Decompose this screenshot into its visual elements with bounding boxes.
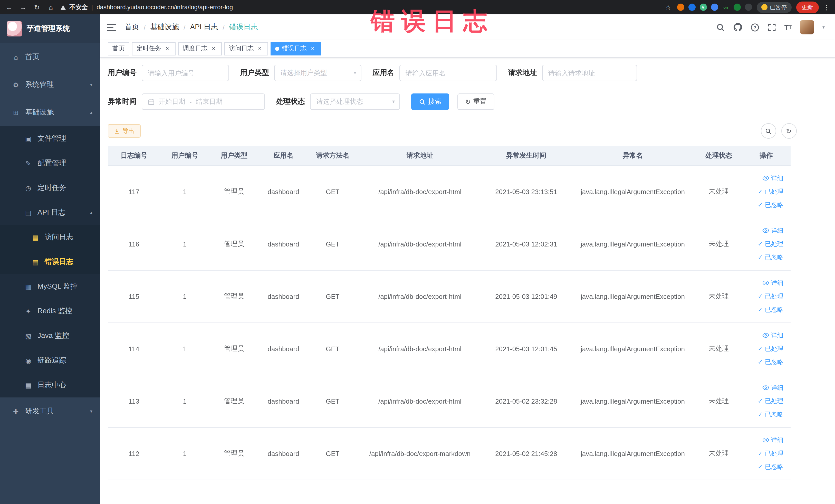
user-type-select[interactable]: 请选择用户类型 ▾	[274, 65, 361, 81]
tab-2[interactable]: 调度日志×	[178, 42, 222, 55]
tab-label: 首页	[113, 44, 125, 53]
search-button[interactable]: 搜索	[411, 94, 449, 110]
hamburger-icon[interactable]	[107, 24, 116, 31]
detail-link[interactable]: 详细	[762, 276, 783, 289]
browser-menu-icon[interactable]: ⋮	[823, 3, 830, 11]
sidebar-item-label: Java 监控	[38, 331, 69, 340]
ignored-link[interactable]: ✓已忽略	[758, 408, 783, 421]
help-icon[interactable]: ?	[751, 23, 759, 32]
processed-link[interactable]: ✓已处理	[758, 342, 783, 355]
breadcrumb-item-2[interactable]: API 日志	[190, 23, 218, 32]
cell-status: 未处理	[696, 165, 742, 218]
sidebar-item-14[interactable]: ✚研发工具▾	[0, 398, 100, 425]
tab-3[interactable]: 访问日志×	[224, 42, 268, 55]
avatar[interactable]	[800, 20, 814, 35]
reset-button[interactable]: ↻ 重置	[457, 94, 494, 110]
logo[interactable]: 芋道管理系统	[0, 14, 100, 43]
check-icon: ✓	[758, 240, 763, 247]
extension-icon-7[interactable]	[745, 4, 752, 11]
browser-reload-icon[interactable]: ↻	[33, 3, 41, 11]
eye-icon	[762, 176, 769, 181]
app-frame: 芋道管理系统 ⌂首页⚙系统管理▾⊞基础设施▴▣文件管理✎配置管理◷定时任务▤AP…	[0, 14, 835, 504]
sidebar-item-3[interactable]: ▣文件管理	[0, 126, 100, 151]
extension-icon-1[interactable]	[677, 4, 684, 11]
app-name-input[interactable]	[400, 65, 497, 81]
processed-link[interactable]: ✓已处理	[758, 237, 783, 250]
search-icon[interactable]	[716, 23, 725, 32]
processed-link[interactable]: ✓已处理	[758, 185, 783, 198]
extension-icon-6[interactable]	[733, 4, 740, 11]
process-status-placeholder: 请选择处理状态	[316, 97, 363, 106]
export-button[interactable]: 导出	[108, 124, 141, 138]
end-date-placeholder: 结束日期	[196, 97, 223, 106]
user-id-input[interactable]	[142, 65, 229, 81]
sidebar-item-12[interactable]: ◉链路追踪	[0, 348, 100, 373]
timer-icon: ◷	[24, 184, 33, 192]
ignored-link[interactable]: ✓已忽略	[758, 198, 783, 211]
extension-icon-4[interactable]	[711, 4, 718, 11]
sidebar-item-10[interactable]: ✦Redis 监控	[0, 299, 100, 323]
processed-link[interactable]: ✓已处理	[758, 289, 783, 303]
bookmark-star-icon[interactable]: ☆	[664, 3, 672, 11]
sidebar-item-label: MySQL 监控	[38, 282, 78, 291]
update-button[interactable]: 更新	[796, 1, 819, 13]
sidebar-item-4[interactable]: ✎配置管理	[0, 151, 100, 176]
close-icon[interactable]: ×	[210, 45, 217, 52]
ignored-link[interactable]: ✓已忽略	[758, 355, 783, 369]
close-icon[interactable]: ×	[164, 45, 171, 52]
fullscreen-icon[interactable]	[768, 23, 776, 32]
breadcrumb-item-1[interactable]: 基础设施	[150, 23, 179, 32]
tab-1[interactable]: 定时任务×	[132, 42, 176, 55]
ignored-link[interactable]: ✓已忽略	[758, 250, 783, 264]
breadcrumb-item-0[interactable]: 首页	[125, 23, 139, 32]
detail-link[interactable]: 详细	[762, 434, 783, 447]
processed-link[interactable]: ✓已处理	[758, 395, 783, 408]
sidebar-item-2[interactable]: ⊞基础设施▴	[0, 99, 100, 126]
font-size-icon[interactable]: TT	[785, 24, 792, 31]
paused-badge[interactable]: 已暂停	[756, 2, 791, 13]
log-center-icon: ▤	[24, 381, 33, 389]
row-actions: 详细✓已处理✓已忽略	[745, 323, 783, 375]
exception-time-range-picker[interactable]: 开始日期 - 结束日期	[142, 94, 265, 110]
eye-icon	[762, 228, 769, 233]
sidebar-item-6[interactable]: ▤API 日志▴	[0, 200, 100, 225]
sidebar-item-13[interactable]: ▤日志中心	[0, 373, 100, 398]
tab-4[interactable]: 错误日志×	[270, 42, 321, 55]
process-status-select[interactable]: 请选择处理状态 ▾	[310, 94, 400, 110]
sidebar-item-0[interactable]: ⌂首页	[0, 43, 100, 71]
detail-link[interactable]: 详细	[762, 172, 783, 185]
paused-badge-label: 已暂停	[770, 3, 787, 11]
github-icon[interactable]	[733, 23, 742, 32]
sidebar-item-8[interactable]: ▤错误日志	[0, 249, 100, 274]
table-toolbar: 导出 ↻	[108, 123, 827, 139]
action-label: 已忽略	[765, 201, 783, 209]
extension-icon-2[interactable]	[688, 4, 695, 11]
sidebar-item-7[interactable]: ▤访问日志	[0, 225, 100, 249]
request-url-input[interactable]	[542, 65, 637, 81]
browser-back-icon[interactable]: ←	[5, 3, 13, 11]
ignored-link[interactable]: ✓已忽略	[758, 303, 783, 316]
address-bar[interactable]: 不安全 | dashboard.yudao.iocoder.cn/infra/l…	[61, 3, 658, 12]
close-icon[interactable]: ×	[256, 45, 263, 52]
detail-link[interactable]: 详细	[762, 329, 783, 342]
close-icon[interactable]: ×	[309, 45, 316, 52]
extension-icon-3[interactable]: V	[699, 4, 707, 11]
sidebar-item-9[interactable]: ▦MySQL 监控	[0, 274, 100, 299]
chevron-down-icon[interactable]: ▾	[822, 25, 825, 30]
search-toggle-button[interactable]	[760, 123, 776, 139]
detail-link[interactable]: 详细	[762, 224, 783, 237]
cell-method: GET	[308, 375, 357, 427]
ignored-link[interactable]: ✓已忽略	[758, 460, 783, 473]
sidebar-item-11[interactable]: ▧Java 监控	[0, 323, 100, 348]
sidebar-item-5[interactable]: ◷定时任务	[0, 176, 100, 200]
browser-forward-icon[interactable]: →	[19, 3, 27, 11]
browser-home-icon[interactable]: ⌂	[47, 3, 55, 11]
extension-icon-5[interactable]: on	[722, 4, 729, 11]
tab-0[interactable]: 首页	[108, 42, 129, 55]
processed-link[interactable]: ✓已处理	[758, 447, 783, 460]
detail-link[interactable]: 详细	[762, 381, 783, 395]
filter-user-id: 用户编号	[108, 65, 229, 81]
sidebar-item-label: 定时任务	[38, 183, 66, 193]
sidebar-item-1[interactable]: ⚙系统管理▾	[0, 71, 100, 99]
refresh-table-button[interactable]: ↻	[781, 123, 796, 139]
